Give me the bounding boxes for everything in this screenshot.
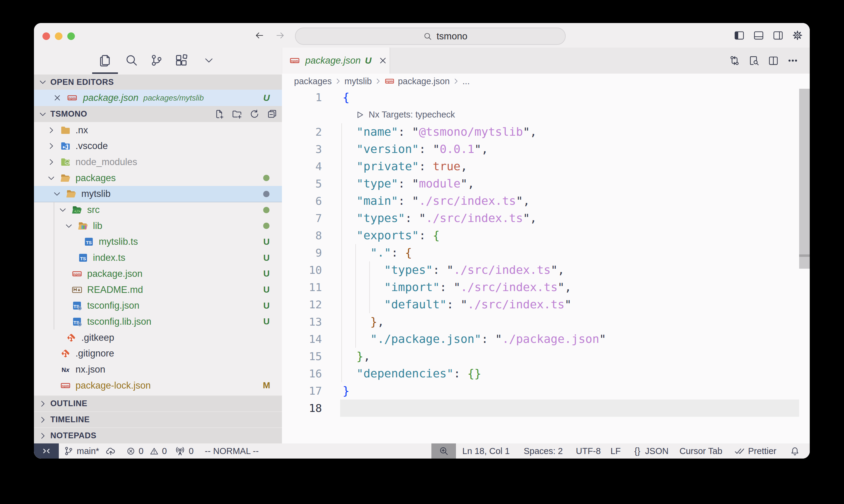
command-center-search[interactable]: tsmono <box>295 28 566 45</box>
tree-item-mytslib-ts[interactable]: TSmytslib.tsU <box>34 234 282 250</box>
indentation-item[interactable]: Spaces: 2 <box>523 446 563 456</box>
close-icon[interactable] <box>53 93 62 102</box>
ports-item[interactable]: 0 <box>175 446 193 456</box>
tree-item-src[interactable]: </>src <box>34 202 282 218</box>
codelens[interactable]: Nx Targets: typecheck <box>343 106 606 123</box>
back-arrow-icon[interactable] <box>254 30 265 41</box>
code-editor[interactable]: 123456789101112131415161718 {Nx Targets:… <box>282 89 810 444</box>
tree-item-package-json[interactable]: npmpackage.jsonU <box>34 266 282 282</box>
cursor-tab-item[interactable]: Cursor Tab <box>679 446 722 456</box>
code-token: " <box>599 332 606 346</box>
chevron-down-view-icon[interactable] <box>201 48 217 73</box>
line-number: 10 <box>282 262 322 278</box>
code-token: "exports" <box>357 229 419 242</box>
code-token: : <box>453 367 467 380</box>
collapse-all-icon[interactable] <box>267 109 277 119</box>
chevron-down-icon <box>203 55 214 66</box>
git-untracked-badge: U <box>262 301 271 311</box>
split-editor-icon[interactable] <box>768 55 779 66</box>
tree-item-label: mytslib <box>81 188 110 199</box>
search-view-icon[interactable] <box>123 48 140 73</box>
language-mode-item[interactable]: {} JSON <box>634 446 669 456</box>
zoom-window-button[interactable] <box>67 32 75 40</box>
breadcrumb-package-json[interactable]: package.json <box>398 76 450 86</box>
breadcrumb-mytslib[interactable]: mytslib <box>344 76 372 86</box>
history-nav <box>254 23 285 48</box>
code-token: ./src/index.ts <box>419 194 516 208</box>
breadcrumb-packages[interactable]: packages <box>294 76 332 86</box>
tree-item-label: .nx <box>75 125 88 136</box>
tree-item-tsconfig-json[interactable]: TStsconfig.jsonU <box>34 298 282 314</box>
code-token: ./package.json <box>502 332 599 346</box>
encoding-item[interactable]: UTF-8 <box>576 446 601 456</box>
refresh-icon[interactable] <box>249 109 260 119</box>
md-icon <box>71 284 83 295</box>
more-actions-icon[interactable] <box>787 55 798 66</box>
line-number: 9 <box>282 244 322 262</box>
notifications-item[interactable] <box>790 446 800 456</box>
explorer-section-header[interactable]: TSMONO <box>34 106 282 122</box>
tree-item-nx-json[interactable]: Nxnx.json <box>34 362 282 378</box>
tree-item--gitkeep[interactable]: .gitkeep <box>34 329 282 346</box>
tree-item-mytslib[interactable]: mytslib <box>34 186 282 202</box>
git-dot-badge <box>263 175 270 181</box>
tree-spacer <box>47 365 56 374</box>
tree-item-tsconfig-lib-json[interactable]: TStsconfig.lib.jsonU <box>34 313 282 329</box>
section-header-notepads[interactable]: NOTEPADS <box>34 427 282 444</box>
explorer-view-icon[interactable] <box>97 48 114 73</box>
cursor-position-item[interactable]: Ln 18, Col 1 <box>462 446 510 456</box>
open-preview-icon[interactable] <box>748 55 760 66</box>
close-window-button[interactable] <box>42 32 50 40</box>
open-editors-header[interactable]: OPEN EDITORS <box>34 74 282 90</box>
remote-indicator[interactable] <box>34 444 59 458</box>
open-editor-item[interactable]: npm package.json packages/mytslib U <box>34 90 282 106</box>
tree-item--gitignore[interactable]: .gitignore <box>34 346 282 362</box>
new-folder-icon[interactable] <box>231 109 242 119</box>
extensions-view-icon[interactable] <box>173 48 190 73</box>
open-changes-icon[interactable] <box>729 55 740 66</box>
problems-item[interactable]: 0 0 <box>126 446 167 456</box>
formatter-item[interactable]: Prettier <box>734 446 776 456</box>
codelens-label: Nx Targets: typecheck <box>369 106 455 123</box>
svg-text:TS: TS <box>86 240 91 245</box>
npm-icon: npm <box>60 380 71 391</box>
minimize-window-button[interactable] <box>55 32 63 40</box>
close-icon[interactable] <box>378 56 388 66</box>
line-number: 1 <box>282 89 322 106</box>
breadcrumbs: packagesmytslibnpmpackage.json... <box>282 74 810 89</box>
section-header-timeline[interactable]: TIMELINE <box>34 411 282 427</box>
screencast-zoom-badge[interactable] <box>431 444 456 458</box>
toggle-primary-sidebar-icon[interactable] <box>734 30 745 41</box>
new-file-icon[interactable] <box>214 109 225 119</box>
git-untracked-badge: U <box>262 269 271 278</box>
forward-arrow-icon[interactable] <box>275 30 285 41</box>
code-token: " <box>495 332 502 346</box>
tree-item-label: .vscode <box>75 141 108 151</box>
chevron-right-icon <box>374 77 382 85</box>
tree-item-readme-md[interactable]: README.mdU <box>34 282 282 298</box>
section-header-outline[interactable]: OUTLINE <box>34 395 282 411</box>
tree-item-package-lock-json[interactable]: npmpackage-lock.jsonM <box>34 377 282 393</box>
eol-item[interactable]: LF <box>610 446 621 456</box>
explorer-icon <box>98 53 112 67</box>
vertical-scrollbar-thumb[interactable] <box>799 89 810 269</box>
tree-item-node-modules[interactable]: JSnode_modules <box>34 154 282 170</box>
git-icon <box>60 348 71 359</box>
tree-item-lib[interactable]: lib <box>34 218 282 234</box>
ts-icon: TS <box>83 236 94 247</box>
tree-item-index-ts[interactable]: TSindex.tsU <box>34 250 282 266</box>
source-control-view-icon[interactable] <box>148 48 165 73</box>
tree-item-packages[interactable]: packages <box>34 170 282 186</box>
folder-open-src-icon: </> <box>71 204 83 215</box>
chevron-right-icon <box>452 77 460 85</box>
tab-package-json[interactable]: npm package.json U <box>282 48 390 74</box>
tree-spacer <box>58 269 67 278</box>
settings-gear-icon[interactable] <box>792 30 803 41</box>
git-branch-item[interactable]: main* <box>63 446 116 457</box>
vim-mode-item[interactable]: -- NORMAL -- <box>205 446 259 456</box>
tree-item--vscode[interactable]: .vscode <box>34 138 282 154</box>
toggle-secondary-sidebar-icon[interactable] <box>773 30 784 41</box>
breadcrumb--[interactable]: ... <box>462 76 470 86</box>
tree-item--nx[interactable]: .nx <box>34 122 282 138</box>
toggle-panel-icon[interactable] <box>753 30 764 41</box>
